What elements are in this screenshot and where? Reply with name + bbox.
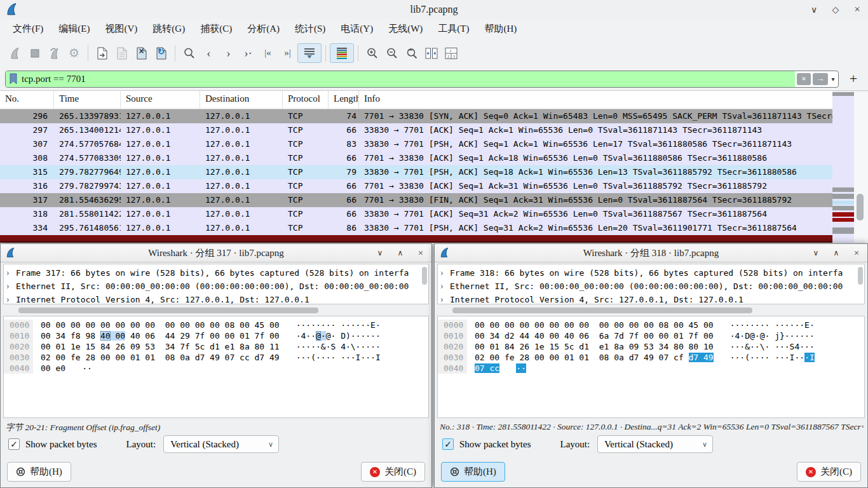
tree-hscrollbar[interactable] xyxy=(3,306,429,314)
col-header-info[interactable]: Info xyxy=(359,91,832,109)
open-file-icon[interactable] xyxy=(92,43,112,63)
zoom-in-icon[interactable] xyxy=(362,43,382,63)
find-packet-icon[interactable] xyxy=(179,43,199,63)
close-file-icon[interactable]: × xyxy=(132,43,151,63)
chevron-right-icon[interactable]: › xyxy=(6,266,16,280)
minimize-icon[interactable]: ∨ xyxy=(810,248,822,258)
tree-scrollbar-thumb[interactable] xyxy=(422,267,427,285)
packet-row-307[interactable]: 307274.577057684127.0.0.1127.0.0.1TCP833… xyxy=(0,137,832,151)
packet-bytes-pane[interactable]: 000000 00 00 00 00 00 00 00 00 00 00 00 … xyxy=(437,316,865,418)
chevron-right-icon[interactable]: › xyxy=(6,280,16,293)
packet-row-297[interactable]: 297265.134001214127.0.0.1127.0.0.1TCP663… xyxy=(0,123,832,137)
menu-view[interactable]: 视图(V) xyxy=(98,20,146,37)
col-header-time[interactable]: Time xyxy=(54,91,121,109)
close-icon[interactable]: × xyxy=(851,3,863,16)
hscrollbar-thumb[interactable] xyxy=(452,308,752,313)
minimize-icon[interactable]: ∨ xyxy=(808,4,820,15)
maximize-icon[interactable]: ∧ xyxy=(395,248,406,258)
window-title: Wireshark · 分组 317 · lib7.pcapng xyxy=(1,247,431,259)
minimize-icon[interactable]: ∨ xyxy=(374,248,386,258)
tree-scrollbar-thumb[interactable] xyxy=(858,267,863,285)
go-back-icon[interactable]: ‹ xyxy=(199,43,219,63)
capture-stop-icon[interactable] xyxy=(25,43,44,63)
scrollbar-thumb[interactable] xyxy=(857,194,864,220)
bookmark-icon[interactable] xyxy=(9,73,18,85)
tree-item-frame: ›Frame 317: 66 bytes on wire (528 bits),… xyxy=(6,266,428,280)
filter-input[interactable]: tcp.port == 7701 xyxy=(6,71,795,87)
packet-317-titlebar: Wireshark · 分组 317 · lib7.pcapng ∨ ∧ × xyxy=(1,244,431,262)
resize-columns-icon[interactable] xyxy=(421,43,441,63)
menu-wireless[interactable]: 无线(W) xyxy=(381,20,430,37)
reload-file-icon[interactable]: ↻ xyxy=(151,43,171,63)
packet-row-334[interactable]: 334295.761480561127.0.0.1127.0.0.1TCP863… xyxy=(0,221,832,235)
go-last-icon[interactable]: »| xyxy=(278,43,297,63)
zoom-out-icon[interactable] xyxy=(382,43,402,63)
go-forward-icon[interactable]: › xyxy=(219,43,238,63)
layout-select[interactable]: Vertical (Stacked)∨ xyxy=(597,435,713,453)
toolbar-separator xyxy=(88,45,88,62)
main-toolbar: ⚙ × ↻ ‹ › ›· |« »| 123 xyxy=(0,39,868,67)
packet-row-partial-red[interactable] xyxy=(0,235,832,243)
show-packet-bytes-checkbox[interactable]: ✓ xyxy=(442,438,454,450)
col-header-length[interactable]: Length xyxy=(329,91,359,109)
maximize-icon[interactable]: ◇ xyxy=(830,4,841,15)
packet-row-296[interactable]: 296265.133978931127.0.0.1127.0.0.1TCP747… xyxy=(0,109,832,123)
packet-row-318[interactable]: 318281.558011422127.0.0.1127.0.0.1TCP663… xyxy=(0,207,832,221)
save-file-icon[interactable] xyxy=(112,43,132,63)
scrollbar-minimap[interactable] xyxy=(832,92,854,243)
menu-file[interactable]: 文件(F) xyxy=(5,20,51,37)
packet-bytes-pane[interactable]: 000000 00 00 00 00 00 00 00 00 00 00 00 … xyxy=(3,316,429,418)
auto-scroll-toggle-icon[interactable] xyxy=(297,43,322,63)
reload-arrow-glyph: ↻ xyxy=(158,46,165,57)
col-header-source[interactable]: Source xyxy=(121,91,200,109)
filter-add-button[interactable]: + xyxy=(844,71,863,87)
packet-list-scrollbar[interactable] xyxy=(854,92,868,243)
packet-row-315[interactable]: 315279.782779649127.0.0.1127.0.0.1TCP793… xyxy=(0,165,832,179)
show-packet-bytes-checkbox[interactable]: ✓ xyxy=(8,438,20,450)
go-to-packet-icon[interactable]: ›· xyxy=(238,43,258,63)
help-button[interactable]: 帮助(H) xyxy=(7,462,71,482)
layout-123-icon[interactable]: 123 xyxy=(441,43,461,63)
chevron-right-icon[interactable]: › xyxy=(440,280,450,293)
close-button[interactable]: ✕ 关闭(C) xyxy=(361,462,425,482)
packet-row-316[interactable]: 316279.782799743127.0.0.1127.0.0.1TCP667… xyxy=(0,179,832,193)
zoom-original-icon[interactable] xyxy=(402,43,421,63)
packet-detail-tree[interactable]: ›Frame 318: 66 bytes on wire (528 bits),… xyxy=(437,264,865,304)
packet-row-317[interactable]: 317281.554636295127.0.0.1127.0.0.1TCP667… xyxy=(0,193,832,207)
menu-telephony[interactable]: 电话(Y) xyxy=(333,20,381,37)
hscrollbar-thumb[interactable] xyxy=(18,308,318,313)
filter-apply-icon[interactable]: → xyxy=(813,73,828,85)
col-header-protocol[interactable]: Protocol xyxy=(283,91,329,109)
svg-text:2: 2 xyxy=(447,54,449,58)
menu-tools[interactable]: 工具(T) xyxy=(430,20,477,37)
menu-analyze[interactable]: 分析(A) xyxy=(240,20,287,37)
filter-expression[interactable]: tcp.port == 7701 xyxy=(22,74,86,85)
menu-capture[interactable]: 捕获(C) xyxy=(193,20,240,37)
packet-row-308[interactable]: 308274.577083309127.0.0.1127.0.0.1TCP667… xyxy=(0,151,832,165)
chevron-right-icon[interactable]: › xyxy=(440,266,450,280)
close-icon[interactable]: × xyxy=(415,248,426,259)
col-header-no[interactable]: No. xyxy=(0,91,54,109)
help-button[interactable]: 帮助(H) xyxy=(441,462,505,482)
chevron-right-icon[interactable]: › xyxy=(6,293,16,304)
filter-dropdown-icon[interactable]: ▾ xyxy=(828,76,838,83)
display-filter-field[interactable]: tcp.port == 7701 × → ▾ xyxy=(5,71,839,88)
capture-options-icon[interactable]: ⚙ xyxy=(64,43,84,63)
maximize-icon[interactable]: ∧ xyxy=(831,248,842,258)
packet-detail-tree[interactable]: ›Frame 317: 66 bytes on wire (528 bits),… xyxy=(3,264,429,304)
menu-go[interactable]: 跳转(G) xyxy=(145,20,193,37)
capture-start-icon[interactable] xyxy=(5,43,25,63)
filter-clear-icon[interactable]: × xyxy=(797,73,811,85)
tree-hscrollbar[interactable] xyxy=(437,306,865,314)
capture-restart-icon[interactable] xyxy=(44,43,64,63)
colorize-toggle-icon[interactable] xyxy=(330,43,354,63)
menu-edit[interactable]: 编辑(E) xyxy=(51,20,97,37)
col-header-destination[interactable]: Destination xyxy=(200,91,283,109)
layout-select[interactable]: Vertical (Stacked)∨ xyxy=(163,435,279,453)
menu-help[interactable]: 帮助(H) xyxy=(477,20,524,37)
go-first-icon[interactable]: |« xyxy=(258,43,278,63)
close-button[interactable]: ✕ 关闭(C) xyxy=(797,462,861,482)
close-icon[interactable]: × xyxy=(851,248,862,259)
menu-statistics[interactable]: 统计(S) xyxy=(287,20,333,37)
chevron-right-icon[interactable]: › xyxy=(440,293,450,304)
